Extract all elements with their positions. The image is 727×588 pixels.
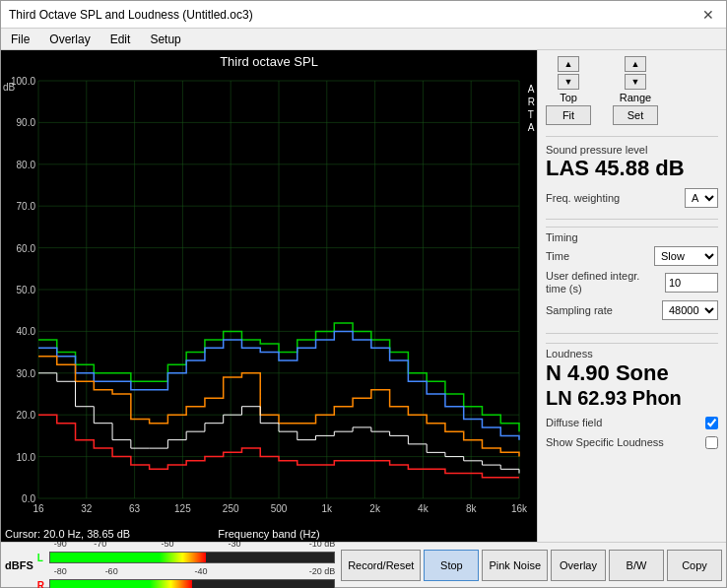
title-bar: Third Octave SPL and Loudness (Untitled.… (1, 1, 726, 29)
meter-fill-R (50, 580, 192, 588)
freq-weighting-select[interactable]: A B C Z (685, 188, 718, 208)
window-title: Third Octave SPL and Loudness (Untitled.… (9, 8, 253, 22)
range-control-group: ▲ ▼ Range Set (613, 56, 658, 125)
show-specific-row: Show Specific Loudness (546, 436, 718, 449)
meter-bar-R (49, 579, 335, 588)
cursor-info: Cursor: 20.0 Hz, 38.65 dB (5, 528, 137, 540)
user-integ-label: User defined integr. time (s) (546, 270, 644, 295)
top-arrows: ▲ ▼ (558, 56, 579, 90)
copy-button[interactable]: Copy (667, 550, 722, 581)
loudness-ln-value: LN 62.93 Phon (546, 386, 718, 410)
diffuse-field-checkbox[interactable] (705, 417, 718, 429)
loudness-title: Loudness (546, 348, 718, 359)
meter-row-L: L (37, 552, 335, 563)
menu-edit[interactable]: Edit (104, 32, 137, 47)
right-panel: ▲ ▼ Top Fit ▲ ▼ Range Set (537, 50, 726, 542)
bw-button[interactable]: B/W (609, 550, 664, 581)
meter-fill-L (50, 553, 207, 562)
menu-file[interactable]: File (5, 32, 35, 47)
stop-button[interactable]: Stop (424, 550, 479, 581)
overlay-button[interactable]: Overlay (551, 550, 606, 581)
sampling-rate-row: Sampling rate 48000 44100 96000 (546, 300, 718, 320)
main-area: Third octave SPL ARTA Cursor: 20.0 Hz, 3… (1, 50, 726, 542)
sampling-rate-label: Sampling rate (546, 304, 613, 316)
bottom-bar: dBFS -90 -70 -50 -30 -10 dB L -80 -60 (1, 542, 726, 587)
range-label: Range (620, 92, 651, 103)
top-down-button[interactable]: ▼ (558, 74, 579, 90)
loudness-section: Loudness N 4.90 Sone LN 62.93 Phon (546, 343, 718, 410)
divider-1 (546, 136, 718, 137)
close-button[interactable]: ✕ (698, 7, 718, 23)
level-meters: -90 -70 -50 -30 -10 dB L -80 -60 -40 -20… (37, 539, 335, 588)
arta-label: ARTA (528, 83, 535, 134)
menu-setup[interactable]: Setup (144, 32, 186, 47)
freq-weighting-row: Freq. weighting A B C Z (546, 188, 718, 208)
sampling-rate-select[interactable]: 48000 44100 96000 (662, 300, 718, 320)
main-window: Third Octave SPL and Loudness (Untitled.… (0, 0, 727, 588)
channel-L-label: L (37, 553, 47, 563)
spl-section: Sound pressure level LAS 45.88 dB (546, 144, 718, 180)
top-label: Top (560, 92, 577, 103)
diffuse-field-row: Diffuse field (546, 417, 718, 429)
freq-weighting-label: Freq. weighting (546, 192, 620, 204)
pink-noise-button[interactable]: Pink Noise (482, 550, 548, 581)
spl-value: LAS 45.88 dB (546, 157, 718, 180)
menu-bar: File Overlay Edit Setup (1, 29, 726, 50)
dbfs-label: dBFS (5, 559, 37, 571)
top-up-button[interactable]: ▲ (558, 56, 579, 72)
freq-band-label: Frequency band (Hz) (137, 528, 401, 540)
menu-overlay[interactable]: Overlay (43, 32, 96, 47)
set-button[interactable]: Set (613, 105, 658, 125)
record-reset-button[interactable]: Record/Reset (341, 550, 421, 581)
timing-section: Timing Time Slow Fast Impulse User defin… (546, 227, 718, 323)
spl-section-label: Sound pressure level (546, 144, 718, 156)
chart-canvas (1, 73, 537, 526)
fit-button[interactable]: Fit (546, 105, 591, 125)
controls-top: ▲ ▼ Top Fit ▲ ▼ Range Set (546, 56, 718, 125)
diffuse-field-label: Diffuse field (546, 417, 602, 428)
time-select[interactable]: Slow Fast Impulse (654, 246, 718, 266)
chart-title: Third octave SPL (1, 50, 537, 73)
time-row: Time Slow Fast Impulse (546, 246, 718, 266)
range-down-button[interactable]: ▼ (625, 74, 646, 90)
loudness-n-value: N 4.90 Sone (546, 360, 718, 386)
chart-container: ARTA (1, 73, 537, 526)
chart-area: Third octave SPL ARTA Cursor: 20.0 Hz, 3… (1, 50, 537, 542)
show-specific-label: Show Specific Loudness (546, 436, 664, 448)
time-label: Time (546, 250, 569, 262)
range-arrows: ▲ ▼ (625, 56, 646, 90)
timing-title: Timing (546, 231, 718, 243)
meter-row-R: R (37, 579, 335, 588)
divider-3 (546, 333, 718, 334)
range-up-button[interactable]: ▲ (625, 56, 646, 72)
chart-bottom: Cursor: 20.0 Hz, 38.65 dB Frequency band… (1, 526, 537, 542)
user-integ-input[interactable] (665, 273, 718, 293)
show-specific-checkbox[interactable] (705, 436, 718, 449)
channel-R-label: R (37, 580, 47, 589)
bottom-buttons: Record/Reset Stop Pink Noise Overlay B/W… (341, 550, 722, 581)
divider-2 (546, 219, 718, 220)
top-control-group: ▲ ▼ Top Fit (546, 56, 591, 125)
user-integ-row: User defined integr. time (s) (546, 270, 718, 295)
meter-bar-L (49, 552, 335, 563)
